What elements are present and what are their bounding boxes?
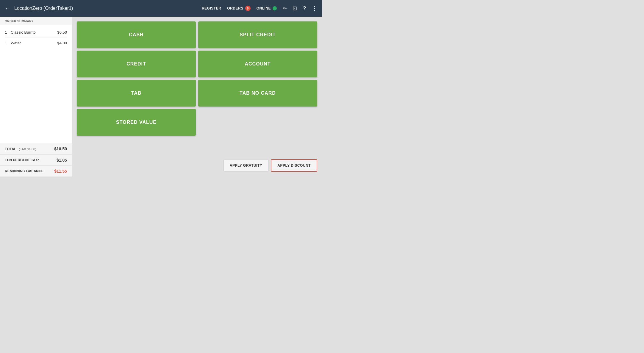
order-summary-label: ORDER SUMMARY	[0, 17, 72, 25]
item-qty: 1	[5, 30, 11, 35]
remaining-balance-amount: $11.55	[54, 169, 67, 174]
header-title: LocationZero (OrderTaker1)	[14, 6, 73, 11]
split-credit-button[interactable]: SPLIT CREDIT	[198, 21, 317, 48]
main-content: ORDER SUMMARY 1 Classic Burrito $6.50 1 …	[0, 17, 322, 176]
payment-panel: CASHSPLIT CREDITCREDITACCOUNTTABTAB NO C…	[72, 17, 322, 176]
online-indicator: ONLINE	[257, 6, 277, 10]
help-icon[interactable]: ?	[303, 5, 306, 12]
stored-value-button[interactable]: STORED VALUE	[77, 109, 196, 136]
order-item: 1 Water $4.00	[5, 38, 67, 48]
orders-nav[interactable]: ORDERS 0	[227, 6, 250, 11]
total-amount: $10.50	[54, 146, 67, 151]
register-nav[interactable]: REGISTER	[202, 6, 221, 10]
payment-buttons-grid: CASHSPLIT CREDITCREDITACCOUNTTABTAB NO C…	[77, 21, 317, 156]
item-name: Water	[11, 41, 57, 45]
header-left: ← LocationZero (OrderTaker1)	[5, 5, 202, 12]
total-row: TOTAL (TAX $1.00) $10.50	[0, 143, 72, 155]
total-tax-note: (TAX $1.00)	[19, 147, 36, 151]
ten-percent-tax-label: TEN PERCENT TAX:	[5, 158, 39, 162]
total-label-group: TOTAL (TAX $1.00)	[5, 146, 36, 151]
item-qty: 1	[5, 41, 11, 45]
camera-icon[interactable]: ⊡	[293, 5, 297, 12]
order-items-list: 1 Classic Burrito $6.50 1 Water $4.00	[0, 25, 72, 143]
pencil-icon[interactable]: ✏	[283, 6, 287, 11]
tab-button[interactable]: TAB	[77, 80, 196, 107]
order-panel: ORDER SUMMARY 1 Classic Burrito $6.50 1 …	[0, 17, 72, 176]
orders-label: ORDERS	[227, 6, 243, 10]
more-icon[interactable]: ⋮	[312, 5, 317, 12]
online-dot	[273, 6, 277, 10]
remaining-balance-row: REMAINING BALANCE $11.55	[0, 166, 72, 176]
cash-button[interactable]: CASH	[77, 21, 196, 48]
credit-button[interactable]: CREDIT	[77, 51, 196, 77]
tab-no-card-button[interactable]: TAB NO CARD	[198, 80, 317, 107]
online-label: ONLINE	[257, 6, 271, 10]
ten-percent-tax-amount: $1.05	[57, 158, 67, 163]
account-button[interactable]: ACCOUNT	[198, 51, 317, 77]
item-price: $4.00	[57, 41, 67, 45]
ten-percent-tax-row: TEN PERCENT TAX: $1.05	[0, 155, 72, 166]
orders-badge: 0	[245, 6, 251, 11]
payment-bottom-actions: APPLY GRATUITY APPLY DISCOUNT	[77, 159, 317, 172]
item-name: Classic Burrito	[11, 30, 57, 35]
apply-gratuity-button[interactable]: APPLY GRATUITY	[223, 159, 268, 172]
remaining-balance-label: REMAINING BALANCE	[5, 169, 44, 173]
apply-discount-button[interactable]: APPLY DISCOUNT	[271, 159, 317, 172]
app-header: ← LocationZero (OrderTaker1) REGISTER OR…	[0, 0, 322, 17]
order-item: 1 Classic Burrito $6.50	[5, 27, 67, 38]
order-totals: TOTAL (TAX $1.00) $10.50 TEN PERCENT TAX…	[0, 143, 72, 176]
back-button[interactable]: ←	[5, 5, 11, 12]
item-price: $6.50	[57, 30, 67, 35]
total-label: TOTAL	[5, 147, 16, 151]
header-right: REGISTER ORDERS 0 ONLINE ✏ ⊡ ? ⋮	[202, 5, 317, 12]
